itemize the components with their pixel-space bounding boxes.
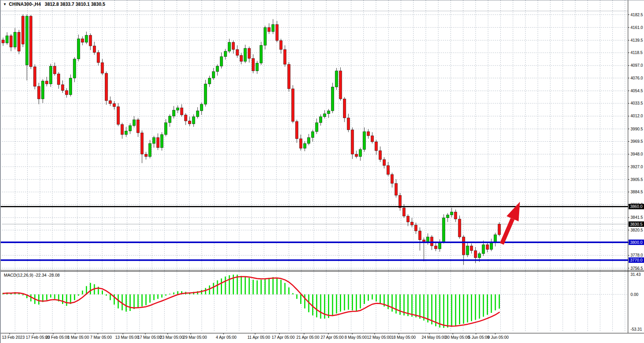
candle-up (319, 117, 322, 123)
price-marker-label: 3830.5 (630, 222, 642, 226)
candle-down (145, 154, 147, 157)
candle-down (268, 27, 271, 32)
macd-scale-zero: 0.00 (631, 292, 639, 297)
candle-up (327, 111, 330, 114)
candle-up (196, 111, 199, 117)
candle-down (117, 106, 119, 124)
time-axis-label: 17 Apr 05:00 (272, 335, 295, 340)
candle-down (22, 16, 24, 44)
macd-scale-max: 31.43 (631, 272, 641, 277)
price-tick-label: 3756.5 (631, 266, 643, 270)
candle-up (303, 144, 306, 148)
candle-down (57, 74, 60, 84)
time-axis-label: 5 Jun 05:00 (468, 335, 489, 340)
candle-up (466, 246, 469, 255)
candle-down (383, 160, 385, 166)
candle-down (458, 219, 461, 237)
price-tick-label: 4161.0 (631, 25, 643, 30)
candle-down (105, 73, 108, 101)
candle-down (399, 195, 402, 208)
symbol-dropdown-arrow-icon[interactable]: ▼ (3, 2, 7, 6)
candle-down (121, 125, 124, 135)
macd-indicator-label: MACD(12,26,9) -22.34 -28.08 (4, 273, 60, 277)
candle-up (73, 59, 76, 78)
candle-up (482, 245, 485, 253)
ohlc-values-label: 3812.8 3833.7 3810.1 3830.5 (45, 2, 105, 7)
candle-up (224, 51, 227, 57)
time-axis-label: 24 May 05:00 (422, 335, 446, 340)
candle-down (232, 42, 235, 50)
price-tick-label: 3884.5 (631, 189, 643, 194)
time-axis-label: 23 Feb 05:00 (45, 335, 69, 340)
candle-down (93, 46, 96, 52)
time-axis-label: 18 May 05:00 (391, 335, 416, 340)
candle-down (37, 86, 40, 99)
candle-down (34, 67, 36, 86)
candle-up (323, 114, 326, 117)
candle-up (450, 212, 453, 215)
candle-up (363, 132, 366, 149)
candle-down (486, 245, 489, 249)
price-tick-label: 4097.0 (631, 63, 643, 68)
candle-down (276, 24, 278, 41)
candle-down (474, 251, 477, 258)
time-axis-label: 1 Mar 05:00 (67, 335, 89, 340)
candle-down (375, 142, 378, 150)
price-marker-label: 3800.0 (630, 240, 642, 245)
candle-down (248, 48, 251, 58)
candle-up (244, 48, 247, 61)
candle-up (256, 63, 259, 71)
candle-down (391, 174, 393, 183)
candle-down (141, 133, 143, 154)
candle-up (85, 35, 88, 42)
price-marker-label: 3770.0 (630, 258, 642, 262)
candle-down (299, 139, 302, 149)
candle-up (478, 253, 481, 258)
candle-up (331, 87, 334, 111)
price-tick-label: 3990.5 (631, 127, 643, 131)
candle-up (77, 39, 80, 59)
candle-down (113, 104, 116, 107)
candle-up (490, 242, 493, 250)
candle-up (335, 71, 338, 87)
candle-up (494, 235, 497, 242)
candle-up (25, 16, 28, 65)
candle-up (204, 84, 207, 104)
candle-down (434, 246, 437, 249)
price-tick-label: 3841.5 (631, 215, 643, 220)
candle-down (184, 115, 187, 121)
candle-up (125, 131, 128, 135)
price-tick-label: 4118.5 (631, 50, 642, 55)
candle-up (260, 45, 262, 63)
time-axis-label: 9 Jun 05:00 (488, 335, 509, 340)
candle-up (208, 78, 211, 84)
candle-up (264, 27, 266, 45)
candle-up (311, 132, 314, 137)
candle-down (180, 108, 183, 115)
chart-canvas[interactable]: 4182.54161.04139.54118.54097.04076.04054… (1, 0, 644, 343)
price-tick-label: 3927.0 (631, 164, 643, 169)
candle-down (498, 224, 501, 235)
time-axis-label: 13 Mar 05:00 (115, 335, 139, 340)
candle-down (101, 63, 104, 73)
candle-up (216, 66, 219, 71)
candle-down (280, 41, 282, 49)
candle-down (240, 56, 243, 61)
candle-up (359, 149, 362, 157)
candle-up (133, 120, 135, 125)
candle-up (129, 126, 131, 131)
candle-down (10, 36, 12, 47)
price-tick-label: 3778.0 (631, 253, 643, 257)
time-axis-label: 7 Mar 05:00 (90, 335, 112, 340)
candle-up (49, 66, 52, 84)
time-axis-label: 13 Feb 2023 (2, 335, 25, 340)
candle-up (69, 78, 72, 95)
time-axis-label: 23 Mar 05:00 (160, 335, 184, 340)
candle-up (200, 104, 203, 111)
candle-up (153, 137, 155, 143)
candle-down (252, 58, 254, 71)
price-marker-label: 3860.0 (630, 204, 642, 209)
price-tick-label: 3820.5 (631, 228, 643, 232)
chart-header: ▼ CHINA300-,H4 3812.8 3833.7 3810.1 3830… (3, 2, 105, 7)
candle-down (367, 132, 370, 136)
